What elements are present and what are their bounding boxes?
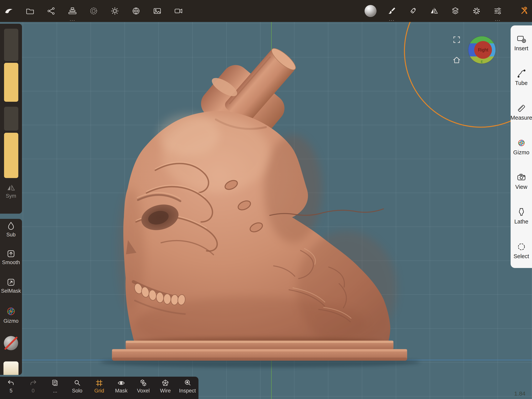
sculpt-app: Right E 1.84 bbox=[0, 0, 532, 399]
brush-more-indicator: ... bbox=[389, 16, 394, 22]
paint-brush-icon bbox=[387, 7, 396, 15]
scene-graph-button[interactable]: ... bbox=[66, 0, 79, 22]
top-toolbar: ... bbox=[0, 0, 532, 22]
undo-count: 5 bbox=[10, 388, 13, 393]
insert-button[interactable]: Insert bbox=[511, 25, 532, 60]
background-image-button[interactable] bbox=[151, 0, 163, 22]
left-slider-panel: Sym bbox=[0, 24, 22, 214]
grid-label: Grid bbox=[94, 388, 104, 393]
environment-button[interactable] bbox=[130, 0, 142, 22]
scene-more-indicator: ... bbox=[70, 16, 75, 22]
fullscreen-icon[interactable] bbox=[453, 36, 461, 44]
redo-button[interactable]: 0 bbox=[22, 377, 44, 399]
share-nodes-icon bbox=[47, 7, 56, 15]
app-logo-button[interactable] bbox=[3, 0, 15, 22]
share-export-button[interactable] bbox=[45, 0, 57, 22]
top-toolbar-right-group: ... bbox=[364, 0, 531, 22]
select-button[interactable]: Select bbox=[511, 233, 532, 268]
bottom-toolbar: 5 0 ... Solo bbox=[0, 377, 198, 399]
gizmo-button[interactable]: Gizmo bbox=[511, 129, 532, 164]
paint-brush-button[interactable]: ... bbox=[386, 0, 398, 22]
mask-button[interactable]: Mask bbox=[110, 377, 132, 399]
grid-icon bbox=[95, 379, 103, 387]
gizmo-icon bbox=[6, 306, 16, 317]
tool-selmask[interactable]: SelMask bbox=[0, 278, 22, 294]
tools-button[interactable] bbox=[518, 0, 531, 22]
inspect-eye-icon bbox=[184, 379, 191, 387]
voxel-label: Voxel bbox=[137, 388, 150, 393]
color-swatch-button[interactable] bbox=[0, 361, 22, 375]
tube-curve-icon bbox=[517, 69, 526, 78]
strength-slider-track[interactable] bbox=[4, 107, 18, 131]
sculpt-model bbox=[0, 0, 532, 399]
paint-tube-button[interactable] bbox=[407, 0, 419, 22]
voxel-button[interactable]: Voxel bbox=[132, 377, 154, 399]
layers-icon bbox=[451, 7, 460, 15]
view-camera-icon bbox=[517, 173, 526, 182]
sub-droplet-icon bbox=[6, 222, 15, 230]
tube-label: Tube bbox=[515, 80, 528, 86]
measure-label: Measure bbox=[510, 115, 532, 120]
sculpt-viewport[interactable]: Right E 1.84 bbox=[0, 0, 532, 399]
strength-slider-fill[interactable] bbox=[4, 133, 18, 178]
left-tool-panel: Sub Smooth SelMask bbox=[0, 219, 22, 375]
tool-sub[interactable]: Sub bbox=[0, 222, 22, 237]
matcap-button[interactable] bbox=[88, 0, 100, 22]
tool-smooth-label: Smooth bbox=[2, 260, 20, 265]
files-button[interactable] bbox=[24, 0, 36, 22]
measure-button[interactable]: Measure bbox=[511, 95, 532, 129]
symmetry-toggle[interactable]: Sym bbox=[0, 184, 22, 199]
select-dashed-circle-icon bbox=[517, 242, 526, 251]
smooth-icon bbox=[6, 249, 15, 258]
lathe-button[interactable]: Lathe bbox=[511, 199, 532, 233]
wire-button[interactable]: Wire bbox=[154, 377, 176, 399]
sym-icon bbox=[6, 184, 15, 192]
files-folder-icon bbox=[26, 7, 34, 15]
lathe-vase-icon bbox=[517, 208, 526, 217]
tools-wrench-icon bbox=[520, 7, 529, 15]
material-ball-icon bbox=[365, 5, 376, 17]
history-more-label: ... bbox=[53, 388, 57, 393]
nav-cube-face-label: Right bbox=[478, 47, 488, 52]
selmask-icon bbox=[6, 278, 15, 287]
view-label: View bbox=[515, 184, 527, 190]
tool-gizmo[interactable]: Gizmo bbox=[0, 306, 22, 324]
symmetry-button[interactable] bbox=[428, 0, 440, 22]
layers-button[interactable] bbox=[449, 0, 462, 22]
right-tool-panel: Insert Tube Measure bbox=[511, 25, 532, 268]
nav-cube-axis-label: E bbox=[481, 60, 483, 63]
sliders-more-indicator: ... bbox=[495, 16, 500, 22]
solo-button[interactable]: Solo bbox=[66, 377, 88, 399]
solo-label: Solo bbox=[72, 388, 82, 393]
sliders-icon bbox=[494, 7, 502, 15]
settings-button[interactable] bbox=[470, 0, 483, 22]
lighting-button[interactable] bbox=[109, 0, 121, 22]
tool-sub-label: Sub bbox=[6, 232, 16, 237]
camera-record-button[interactable] bbox=[172, 0, 185, 22]
radius-slider-track[interactable] bbox=[4, 29, 18, 61]
history-button[interactable]: ... bbox=[44, 377, 66, 399]
undo-button[interactable]: 5 bbox=[0, 377, 22, 399]
grid-button[interactable]: Grid bbox=[88, 377, 110, 399]
tool-gizmo-label: Gizmo bbox=[3, 318, 19, 324]
lathe-label: Lathe bbox=[514, 219, 528, 224]
inspect-button[interactable]: Inspect bbox=[177, 377, 198, 399]
undo-icon bbox=[7, 379, 15, 387]
material-sphere-disabled-icon bbox=[4, 336, 18, 350]
view-button[interactable]: View bbox=[511, 164, 532, 199]
matcap-sphere-icon bbox=[89, 7, 98, 15]
gizmo-colored-icon bbox=[517, 138, 526, 148]
wire-label: Wire bbox=[160, 388, 171, 393]
material-button[interactable] bbox=[364, 0, 377, 22]
material-disabled-button[interactable] bbox=[0, 336, 22, 350]
interface-sliders-button[interactable]: ... bbox=[492, 0, 504, 22]
nav-orientation-ball[interactable]: Right E bbox=[468, 36, 496, 64]
symmetry-mirror-icon bbox=[430, 7, 438, 15]
tube-button[interactable]: Tube bbox=[511, 60, 532, 95]
top-toolbar-left-group: ... bbox=[3, 0, 185, 22]
home-icon[interactable] bbox=[452, 56, 461, 64]
radius-slider-fill[interactable] bbox=[4, 63, 18, 102]
redo-count: 0 bbox=[32, 388, 34, 393]
wireframe-icon bbox=[161, 379, 169, 387]
tool-smooth[interactable]: Smooth bbox=[0, 249, 22, 265]
